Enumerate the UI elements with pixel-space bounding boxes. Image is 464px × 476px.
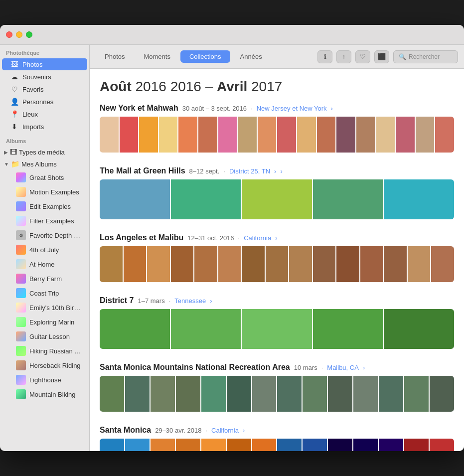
photo-cell[interactable]: [277, 117, 296, 153]
tab-moments[interactable]: Moments: [135, 50, 179, 63]
photo-cell[interactable]: [313, 246, 336, 282]
photo-cell[interactable]: [100, 309, 170, 349]
info-button[interactable]: ℹ: [317, 50, 332, 63]
section-sm-nat-strip[interactable]: [100, 376, 454, 412]
photo-cell[interactable]: [435, 117, 454, 153]
photo-cell[interactable]: [376, 117, 395, 153]
sidebar-item-4th-july[interactable]: 4th of July: [2, 243, 87, 257]
photo-cell[interactable]: [430, 376, 454, 412]
export-button[interactable]: ⬛: [374, 50, 389, 63]
sidebar-item-emily[interactable]: Emily's 10th Birthday: [2, 301, 87, 315]
scroll-area[interactable]: Août 2016 2016 – Avril 2017 New York et …: [90, 69, 464, 451]
photo-cell[interactable]: [303, 439, 327, 451]
photo-cell[interactable]: [313, 309, 383, 349]
section-santa-monica-strip[interactable]: [100, 439, 454, 451]
photo-cell[interactable]: [353, 376, 378, 412]
photo-cell[interactable]: [266, 246, 289, 282]
photo-cell[interactable]: [171, 179, 241, 219]
photo-cell[interactable]: [252, 376, 277, 412]
tab-photos[interactable]: Photos: [96, 50, 134, 63]
photo-cell[interactable]: [227, 439, 251, 451]
photo-cell[interactable]: [100, 179, 170, 219]
photo-cell[interactable]: [408, 246, 431, 282]
photo-cell[interactable]: [356, 117, 375, 153]
sidebar-item-souvenirs[interactable]: ☁ Souvenirs: [2, 71, 87, 83]
sidebar-item-great-shots[interactable]: Great Shots: [2, 170, 87, 184]
photo-cell[interactable]: [242, 246, 265, 282]
sidebar-item-coast-trip[interactable]: Coast Trip: [2, 286, 87, 300]
photo-cell[interactable]: [171, 309, 241, 349]
photo-cell[interactable]: [194, 246, 217, 282]
section-sm-nat-arrow[interactable]: ›: [363, 364, 365, 371]
search-box[interactable]: 🔍 Rechercher: [393, 50, 458, 63]
section-ny-location[interactable]: New Jersey et New York: [257, 105, 327, 112]
photo-cell[interactable]: [238, 117, 257, 153]
photo-cell[interactable]: [120, 117, 139, 153]
sidebar-item-mountain[interactable]: Mountain Biking: [2, 387, 87, 401]
sidebar-item-favorite-depth[interactable]: ⚙ Favorite Depth Photo: [2, 228, 87, 242]
sidebar-item-favoris[interactable]: ♡ Favoris: [2, 83, 87, 95]
photo-cell[interactable]: [277, 376, 302, 412]
tab-collections[interactable]: Collections: [180, 50, 230, 63]
photo-cell[interactable]: [139, 117, 158, 153]
photo-cell[interactable]: [176, 376, 200, 412]
photo-cell[interactable]: [124, 246, 147, 282]
sidebar-item-hiking[interactable]: Hiking Russian Ridge: [2, 344, 87, 358]
sidebar-item-at-home[interactable]: At Home: [2, 257, 87, 271]
favorite-button[interactable]: ♡: [355, 50, 370, 63]
photo-cell[interactable]: [404, 376, 429, 412]
photo-cell[interactable]: [242, 179, 312, 219]
photo-cell[interactable]: [151, 376, 175, 412]
sidebar-item-filter[interactable]: Filter Examples: [2, 214, 87, 228]
section-la-arrow[interactable]: ›: [275, 234, 277, 242]
photo-cell[interactable]: [201, 439, 226, 451]
photo-cell[interactable]: [416, 117, 435, 153]
photo-cell[interactable]: [125, 376, 150, 412]
photo-cell[interactable]: [430, 439, 454, 451]
section-santa-monica-location[interactable]: California: [211, 427, 239, 434]
photo-cell[interactable]: [258, 117, 277, 153]
sidebar-item-photos[interactable]: 🖼 Photos: [2, 58, 87, 70]
photo-cell[interactable]: [303, 376, 327, 412]
section-la-strip[interactable]: [100, 246, 454, 282]
photo-cell[interactable]: [328, 439, 352, 451]
section-mall-location[interactable]: District 25, TN: [229, 167, 270, 175]
photo-cell[interactable]: [201, 376, 226, 412]
sidebar-item-lighthouse[interactable]: Lighthouse: [2, 373, 87, 387]
photo-cell[interactable]: [336, 246, 359, 282]
photo-cell[interactable]: [242, 309, 312, 349]
sidebar-item-motion[interactable]: Motion Examples: [2, 185, 87, 199]
photo-cell[interactable]: [384, 246, 407, 282]
photo-cell[interactable]: [431, 246, 454, 282]
photo-cell[interactable]: [218, 246, 241, 282]
photo-cell[interactable]: [252, 439, 277, 451]
section-ny-strip[interactable]: [100, 117, 454, 153]
section-d7-location[interactable]: Tennessee: [174, 297, 206, 305]
share-button[interactable]: ↑: [336, 50, 351, 63]
section-sm-nat-location[interactable]: Malibu, CA: [327, 364, 359, 371]
minimize-button[interactable]: [16, 31, 22, 38]
photo-cell[interactable]: [100, 246, 123, 282]
photo-cell[interactable]: [289, 246, 312, 282]
photo-cell[interactable]: [379, 439, 403, 451]
section-la-location[interactable]: California: [244, 234, 271, 242]
photo-cell[interactable]: [198, 117, 217, 153]
photo-cell[interactable]: [125, 439, 150, 451]
photo-cell[interactable]: [404, 439, 429, 451]
sidebar-item-imports[interactable]: ⬇ Imports: [2, 121, 87, 133]
photo-cell[interactable]: [384, 309, 454, 349]
photo-cell[interactable]: [336, 117, 355, 153]
photo-cell[interactable]: [159, 117, 178, 153]
section-d7-arrow[interactable]: ›: [210, 297, 212, 305]
photo-cell[interactable]: [328, 376, 352, 412]
sidebar-item-exploring-marin[interactable]: Exploring Marin: [2, 315, 87, 329]
photo-cell[interactable]: [171, 246, 194, 282]
sidebar-item-types[interactable]: ▶ 🎞 Types de média: [0, 146, 89, 158]
photo-cell[interactable]: [227, 376, 251, 412]
sidebar-item-personnes[interactable]: 👤 Personnes: [2, 96, 87, 108]
photo-cell[interactable]: [360, 246, 383, 282]
photo-cell[interactable]: [100, 376, 124, 412]
sidebar-item-edit[interactable]: Edit Examples: [2, 199, 87, 213]
photo-cell[interactable]: [396, 117, 415, 153]
photo-cell[interactable]: [176, 439, 200, 451]
